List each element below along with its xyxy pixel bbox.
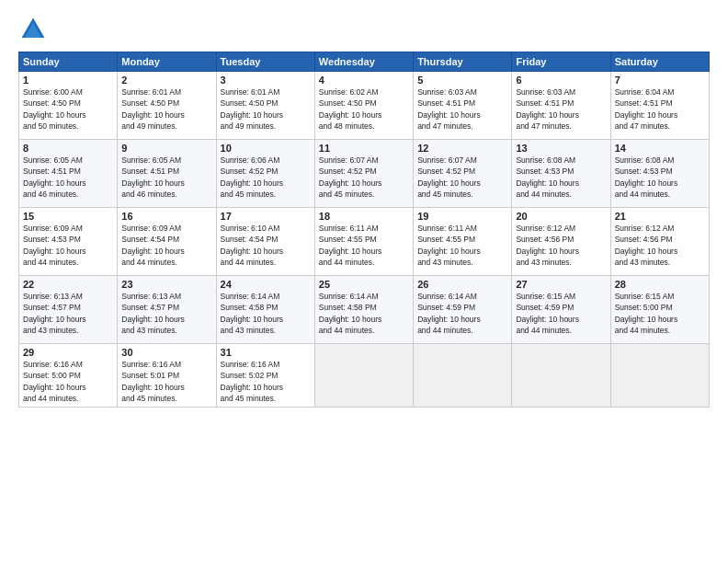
day-info: Sunrise: 6:12 AMSunset: 4:56 PMDaylight:… bbox=[615, 223, 705, 268]
day-number: 3 bbox=[221, 75, 311, 86]
calendar-cell: 16Sunrise: 6:09 AMSunset: 4:54 PMDayligh… bbox=[118, 208, 216, 276]
day-number: 10 bbox=[221, 143, 311, 154]
day-info: Sunrise: 6:01 AMSunset: 4:50 PMDaylight:… bbox=[221, 86, 311, 132]
weekday-header-row: SundayMondayTuesdayWednesdayThursdayFrid… bbox=[19, 52, 710, 72]
calendar-cell: 6Sunrise: 6:03 AMSunset: 4:51 PMDaylight… bbox=[512, 72, 610, 140]
day-number: 14 bbox=[615, 143, 705, 154]
calendar-cell: 9Sunrise: 6:05 AMSunset: 4:51 PMDaylight… bbox=[118, 140, 216, 208]
day-number: 6 bbox=[516, 75, 606, 86]
day-number: 20 bbox=[516, 211, 606, 222]
day-number: 8 bbox=[23, 143, 113, 154]
day-info: Sunrise: 6:16 AMSunset: 5:01 PMDaylight:… bbox=[121, 359, 211, 404]
day-info: Sunrise: 6:09 AMSunset: 4:54 PMDaylight:… bbox=[121, 223, 211, 268]
weekday-header-tuesday: Tuesday bbox=[216, 52, 314, 72]
day-info: Sunrise: 6:09 AMSunset: 4:53 PMDaylight:… bbox=[23, 223, 113, 268]
day-number: 2 bbox=[121, 75, 211, 86]
day-number: 16 bbox=[121, 211, 211, 222]
calendar-cell bbox=[314, 344, 413, 408]
day-number: 17 bbox=[221, 211, 311, 222]
calendar-cell: 25Sunrise: 6:14 AMSunset: 4:58 PMDayligh… bbox=[314, 276, 413, 344]
day-number: 25 bbox=[319, 279, 409, 290]
day-info: Sunrise: 6:15 AMSunset: 5:00 PMDaylight:… bbox=[615, 291, 705, 336]
day-info: Sunrise: 6:10 AMSunset: 4:54 PMDaylight:… bbox=[221, 223, 311, 268]
day-info: Sunrise: 6:01 AMSunset: 4:50 PMDaylight:… bbox=[121, 86, 211, 132]
calendar-cell bbox=[512, 344, 610, 408]
calendar-cell: 11Sunrise: 6:07 AMSunset: 4:52 PMDayligh… bbox=[314, 140, 413, 208]
day-number: 31 bbox=[221, 347, 311, 358]
day-info: Sunrise: 6:14 AMSunset: 4:58 PMDaylight:… bbox=[319, 291, 409, 336]
day-number: 12 bbox=[417, 143, 507, 154]
calendar-cell: 1Sunrise: 6:00 AMSunset: 4:50 PMDaylight… bbox=[19, 72, 118, 140]
calendar-cell: 30Sunrise: 6:16 AMSunset: 5:01 PMDayligh… bbox=[118, 344, 216, 408]
day-number: 28 bbox=[615, 279, 705, 290]
day-info: Sunrise: 6:07 AMSunset: 4:52 PMDaylight:… bbox=[417, 155, 507, 200]
day-number: 11 bbox=[319, 143, 409, 154]
calendar-cell: 14Sunrise: 6:08 AMSunset: 4:53 PMDayligh… bbox=[610, 140, 709, 208]
day-number: 24 bbox=[221, 279, 311, 290]
week-row-2: 8Sunrise: 6:05 AMSunset: 4:51 PMDaylight… bbox=[19, 140, 710, 208]
day-number: 21 bbox=[615, 211, 705, 222]
day-number: 9 bbox=[121, 143, 211, 154]
calendar-cell: 17Sunrise: 6:10 AMSunset: 4:54 PMDayligh… bbox=[216, 208, 314, 276]
calendar-cell: 27Sunrise: 6:15 AMSunset: 4:59 PMDayligh… bbox=[512, 276, 610, 344]
week-row-4: 22Sunrise: 6:13 AMSunset: 4:57 PMDayligh… bbox=[19, 276, 710, 344]
calendar-cell: 3Sunrise: 6:01 AMSunset: 4:50 PMDaylight… bbox=[216, 72, 314, 140]
calendar-cell: 24Sunrise: 6:14 AMSunset: 4:58 PMDayligh… bbox=[216, 276, 314, 344]
calendar-cell: 31Sunrise: 6:16 AMSunset: 5:02 PMDayligh… bbox=[216, 344, 314, 408]
day-info: Sunrise: 6:14 AMSunset: 4:58 PMDaylight:… bbox=[221, 291, 311, 336]
calendar-cell: 22Sunrise: 6:13 AMSunset: 4:57 PMDayligh… bbox=[19, 276, 118, 344]
calendar-cell: 18Sunrise: 6:11 AMSunset: 4:55 PMDayligh… bbox=[314, 208, 413, 276]
day-number: 19 bbox=[417, 211, 507, 222]
day-number: 13 bbox=[516, 143, 606, 154]
day-info: Sunrise: 6:05 AMSunset: 4:51 PMDaylight:… bbox=[121, 155, 211, 200]
week-row-3: 15Sunrise: 6:09 AMSunset: 4:53 PMDayligh… bbox=[19, 208, 710, 276]
day-info: Sunrise: 6:16 AMSunset: 5:02 PMDaylight:… bbox=[221, 359, 311, 404]
calendar-cell: 29Sunrise: 6:16 AMSunset: 5:00 PMDayligh… bbox=[19, 344, 118, 408]
calendar-cell: 20Sunrise: 6:12 AMSunset: 4:56 PMDayligh… bbox=[512, 208, 610, 276]
day-number: 29 bbox=[23, 347, 113, 358]
day-number: 18 bbox=[319, 211, 409, 222]
logo-icon bbox=[18, 15, 48, 44]
day-info: Sunrise: 6:11 AMSunset: 4:55 PMDaylight:… bbox=[319, 223, 409, 268]
day-info: Sunrise: 6:08 AMSunset: 4:53 PMDaylight:… bbox=[516, 155, 606, 200]
day-number: 27 bbox=[516, 279, 606, 290]
week-row-5: 29Sunrise: 6:16 AMSunset: 5:00 PMDayligh… bbox=[19, 344, 710, 408]
weekday-header-friday: Friday bbox=[512, 52, 610, 72]
day-info: Sunrise: 6:03 AMSunset: 4:51 PMDaylight:… bbox=[516, 86, 606, 132]
day-number: 5 bbox=[417, 75, 507, 86]
day-info: Sunrise: 6:07 AMSunset: 4:52 PMDaylight:… bbox=[319, 155, 409, 200]
day-info: Sunrise: 6:13 AMSunset: 4:57 PMDaylight:… bbox=[23, 291, 113, 336]
page: SundayMondayTuesdayWednesdayThursdayFrid… bbox=[0, 0, 728, 563]
day-info: Sunrise: 6:03 AMSunset: 4:51 PMDaylight:… bbox=[417, 86, 507, 132]
day-info: Sunrise: 6:06 AMSunset: 4:52 PMDaylight:… bbox=[221, 155, 311, 200]
day-info: Sunrise: 6:16 AMSunset: 5:00 PMDaylight:… bbox=[23, 359, 113, 404]
day-number: 22 bbox=[23, 279, 113, 290]
calendar-cell: 10Sunrise: 6:06 AMSunset: 4:52 PMDayligh… bbox=[216, 140, 314, 208]
day-info: Sunrise: 6:04 AMSunset: 4:51 PMDaylight:… bbox=[615, 86, 705, 132]
logo bbox=[18, 15, 51, 44]
header bbox=[18, 15, 710, 44]
calendar-cell: 23Sunrise: 6:13 AMSunset: 4:57 PMDayligh… bbox=[118, 276, 216, 344]
day-info: Sunrise: 6:02 AMSunset: 4:50 PMDaylight:… bbox=[319, 86, 409, 132]
day-info: Sunrise: 6:00 AMSunset: 4:50 PMDaylight:… bbox=[23, 86, 113, 132]
calendar-cell: 26Sunrise: 6:14 AMSunset: 4:59 PMDayligh… bbox=[414, 276, 512, 344]
calendar-cell: 2Sunrise: 6:01 AMSunset: 4:50 PMDaylight… bbox=[118, 72, 216, 140]
calendar-cell: 4Sunrise: 6:02 AMSunset: 4:50 PMDaylight… bbox=[314, 72, 413, 140]
calendar-cell: 12Sunrise: 6:07 AMSunset: 4:52 PMDayligh… bbox=[414, 140, 512, 208]
calendar-cell: 7Sunrise: 6:04 AMSunset: 4:51 PMDaylight… bbox=[610, 72, 709, 140]
day-number: 15 bbox=[23, 211, 113, 222]
calendar-cell: 13Sunrise: 6:08 AMSunset: 4:53 PMDayligh… bbox=[512, 140, 610, 208]
calendar-cell bbox=[610, 344, 709, 408]
day-number: 1 bbox=[23, 75, 113, 86]
day-info: Sunrise: 6:11 AMSunset: 4:55 PMDaylight:… bbox=[417, 223, 507, 268]
day-number: 30 bbox=[121, 347, 211, 358]
day-number: 4 bbox=[319, 75, 409, 86]
weekday-header-wednesday: Wednesday bbox=[314, 52, 413, 72]
calendar-cell: 15Sunrise: 6:09 AMSunset: 4:53 PMDayligh… bbox=[19, 208, 118, 276]
weekday-header-monday: Monday bbox=[118, 52, 216, 72]
day-info: Sunrise: 6:05 AMSunset: 4:51 PMDaylight:… bbox=[23, 155, 113, 200]
weekday-header-thursday: Thursday bbox=[414, 52, 512, 72]
calendar-cell: 21Sunrise: 6:12 AMSunset: 4:56 PMDayligh… bbox=[610, 208, 709, 276]
calendar-cell: 19Sunrise: 6:11 AMSunset: 4:55 PMDayligh… bbox=[414, 208, 512, 276]
day-number: 26 bbox=[417, 279, 507, 290]
